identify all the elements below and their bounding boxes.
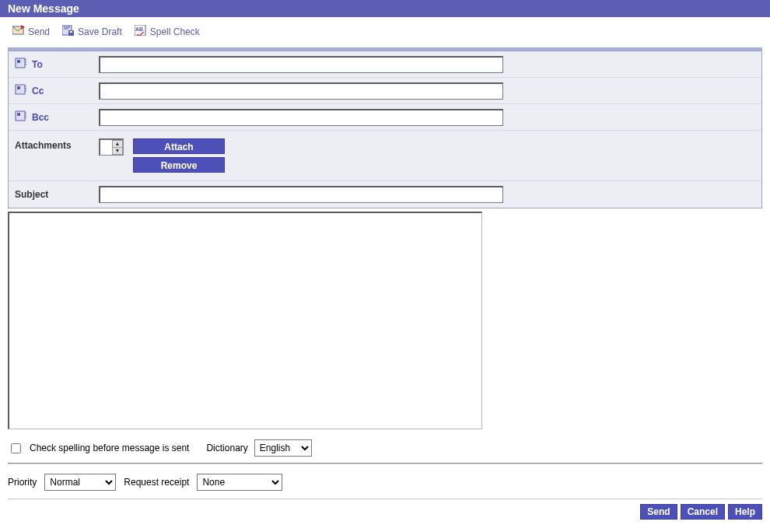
cc-input[interactable] bbox=[99, 82, 503, 100]
message-body-input[interactable] bbox=[8, 212, 482, 429]
bcc-input[interactable] bbox=[99, 109, 503, 126]
bcc-label-cell[interactable]: Bcc bbox=[9, 107, 99, 127]
bcc-row: Bcc bbox=[9, 104, 761, 131]
spell-check-icon: AB bbox=[135, 25, 147, 38]
mail-send-icon bbox=[12, 25, 25, 38]
svg-rect-12 bbox=[17, 86, 20, 89]
request-receipt-label: Request receipt bbox=[124, 477, 189, 488]
to-input[interactable] bbox=[99, 56, 503, 73]
spell-options: Check spelling before message is sent Di… bbox=[8, 439, 762, 463]
dictionary-select[interactable]: English bbox=[254, 439, 312, 457]
attachments-listbox[interactable]: ▲ ▼ bbox=[99, 138, 124, 156]
save-draft-icon bbox=[62, 25, 75, 38]
bcc-label: Bcc bbox=[32, 112, 49, 123]
address-book-icon bbox=[15, 58, 27, 71]
save-draft-label: Save Draft bbox=[78, 26, 122, 37]
attachments-label-cell: Attachments bbox=[9, 131, 99, 154]
priority-receipt-row: Priority Normal Request receipt None bbox=[8, 474, 762, 499]
footer: Send Cancel Help bbox=[0, 499, 770, 526]
svg-rect-17 bbox=[17, 113, 20, 116]
spell-check-button[interactable]: AB Spell Check bbox=[135, 25, 200, 38]
svg-text:AB: AB bbox=[135, 26, 143, 32]
svg-rect-7 bbox=[17, 60, 20, 63]
footer-send-button[interactable]: Send bbox=[640, 504, 677, 520]
title-bar: New Message bbox=[0, 0, 770, 17]
send-button[interactable]: Send bbox=[12, 25, 50, 38]
request-receipt-select[interactable]: None bbox=[197, 474, 282, 491]
subject-row: Subject bbox=[9, 181, 761, 208]
message-body-area bbox=[8, 212, 762, 432]
to-label: To bbox=[32, 59, 43, 70]
priority-label: Priority bbox=[8, 477, 37, 488]
footer-cancel-button[interactable]: Cancel bbox=[681, 504, 725, 520]
send-label: Send bbox=[28, 26, 50, 37]
separator bbox=[8, 463, 762, 464]
check-spelling-checkbox[interactable] bbox=[11, 443, 21, 453]
cc-label: Cc bbox=[32, 86, 44, 96]
address-book-icon bbox=[15, 84, 27, 97]
toolbar: Send Save Draft AB Spell Check bbox=[0, 17, 770, 47]
subject-label-cell: Subject bbox=[9, 186, 99, 203]
svg-rect-3 bbox=[70, 31, 72, 33]
cc-label-cell[interactable]: Cc bbox=[9, 81, 99, 100]
footer-help-button[interactable]: Help bbox=[728, 504, 762, 520]
attach-button[interactable]: Attach bbox=[133, 138, 225, 154]
attachments-row: Attachments ▲ ▼ Attach Remove bbox=[9, 131, 761, 181]
cc-row: Cc bbox=[9, 78, 761, 104]
address-book-icon bbox=[15, 110, 27, 124]
window-title: New Message bbox=[8, 2, 79, 15]
spell-check-label: Spell Check bbox=[150, 26, 200, 37]
compose-form: To Cc Bcc Attachments bbox=[8, 51, 762, 208]
attachments-label: Attachments bbox=[15, 140, 72, 151]
scroll-down-icon[interactable]: ▼ bbox=[112, 147, 123, 155]
to-label-cell[interactable]: To bbox=[9, 54, 99, 74]
subject-label: Subject bbox=[15, 189, 48, 200]
save-draft-button[interactable]: Save Draft bbox=[62, 25, 122, 38]
check-spelling-label: Check spelling before message is sent bbox=[30, 443, 189, 453]
subject-input[interactable] bbox=[99, 186, 503, 203]
to-row: To bbox=[9, 51, 761, 78]
dictionary-label: Dictionary bbox=[206, 443, 247, 453]
remove-button[interactable]: Remove bbox=[133, 157, 225, 173]
priority-select[interactable]: Normal bbox=[44, 474, 116, 491]
